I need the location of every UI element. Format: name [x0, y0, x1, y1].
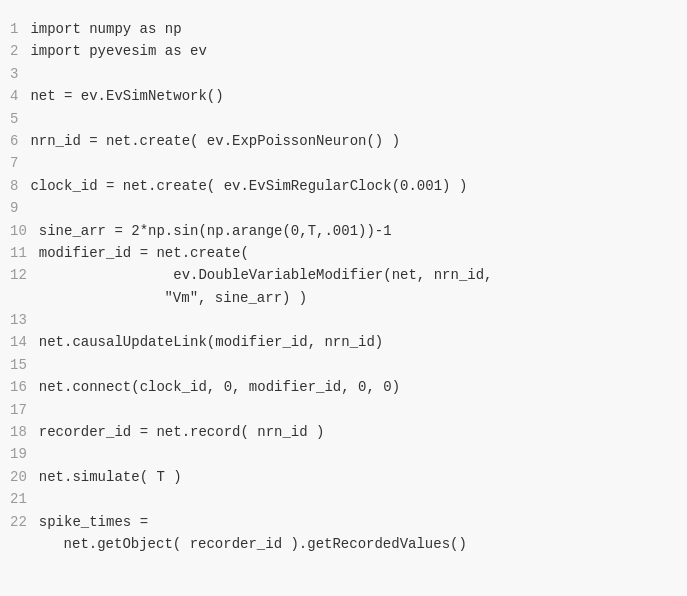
table-row: 5	[0, 108, 687, 130]
line-number: 9	[0, 197, 30, 219]
table-row: 2 import pyevesim as ev	[0, 40, 687, 62]
code-line: net.connect(clock_id, 0, modifier_id, 0,…	[39, 376, 687, 398]
line-number: 20	[0, 466, 39, 488]
line-number: 13	[0, 309, 39, 331]
table-row: 7	[0, 152, 687, 174]
line-number: 17	[0, 399, 39, 421]
code-line: import numpy as np	[30, 18, 687, 40]
line-number: 1	[0, 18, 30, 40]
code-lines: 1 import numpy as np 2 import pyevesim a…	[0, 10, 687, 563]
line-number: 6	[0, 130, 30, 152]
line-number: 5	[0, 108, 30, 130]
line-number: 12	[0, 264, 39, 286]
table-row: 18 recorder_id = net.record( nrn_id )	[0, 421, 687, 443]
table-row: 3	[0, 63, 687, 85]
line-number: 15	[0, 354, 39, 376]
table-row: 4 net = ev.EvSimNetwork()	[0, 85, 687, 107]
code-editor: 1 import numpy as np 2 import pyevesim a…	[0, 0, 687, 596]
code-line: ev.DoubleVariableModifier(net, nrn_id,	[39, 264, 687, 286]
code-line: sine_arr = 2*np.sin(np.arange(0,T,.001))…	[39, 220, 687, 242]
table-row: 21	[0, 488, 687, 510]
code-line: recorder_id = net.record( nrn_id )	[39, 421, 687, 443]
line-number: 10	[0, 220, 39, 242]
code-line: clock_id = net.create( ev.EvSimRegularCl…	[30, 175, 687, 197]
code-line: spike_times =	[39, 511, 687, 533]
line-number: 7	[0, 152, 30, 174]
line-number: 18	[0, 421, 39, 443]
line-number: 16	[0, 376, 39, 398]
table-row: net.getObject( recorder_id ).getRecorded…	[0, 533, 687, 555]
line-number: 8	[0, 175, 30, 197]
table-row: 6 nrn_id = net.create( ev.ExpPoissonNeur…	[0, 130, 687, 152]
line-number: 14	[0, 331, 39, 353]
table-row: 9	[0, 197, 687, 219]
code-line: "Vm", sine_arr) )	[30, 287, 687, 309]
code-line: modifier_id = net.create(	[39, 242, 687, 264]
line-number: 3	[0, 63, 30, 85]
table-row: 11 modifier_id = net.create(	[0, 242, 687, 264]
line-number: 21	[0, 488, 39, 510]
table-row: 22 spike_times =	[0, 511, 687, 533]
code-line: import pyevesim as ev	[30, 40, 687, 62]
table-row: 13	[0, 309, 687, 331]
code-line: net.getObject( recorder_id ).getRecorded…	[30, 533, 687, 555]
line-number: 4	[0, 85, 30, 107]
table-row: 14 net.causalUpdateLink(modifier_id, nrn…	[0, 331, 687, 353]
line-number: 11	[0, 242, 39, 264]
table-row: 15	[0, 354, 687, 376]
code-line: net.causalUpdateLink(modifier_id, nrn_id…	[39, 331, 687, 353]
table-row: 16 net.connect(clock_id, 0, modifier_id,…	[0, 376, 687, 398]
table-row: 8 clock_id = net.create( ev.EvSimRegular…	[0, 175, 687, 197]
table-row: "Vm", sine_arr) )	[0, 287, 687, 309]
table-row: 19	[0, 443, 687, 465]
code-line: net = ev.EvSimNetwork()	[30, 85, 687, 107]
table-row: 1 import numpy as np	[0, 18, 687, 40]
line-number: 2	[0, 40, 30, 62]
table-row: 12 ev.DoubleVariableModifier(net, nrn_id…	[0, 264, 687, 286]
table-row: 20 net.simulate( T )	[0, 466, 687, 488]
line-number: 19	[0, 443, 39, 465]
table-row: 17	[0, 399, 687, 421]
code-line: nrn_id = net.create( ev.ExpPoissonNeuron…	[30, 130, 687, 152]
table-row: 10 sine_arr = 2*np.sin(np.arange(0,T,.00…	[0, 220, 687, 242]
line-number: 22	[0, 511, 39, 533]
code-line: net.simulate( T )	[39, 466, 687, 488]
